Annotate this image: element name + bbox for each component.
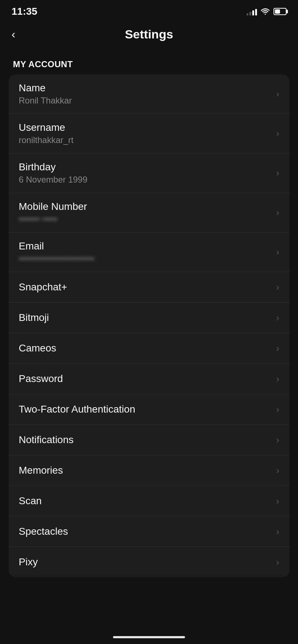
chevron-icon-mobile-number: ›	[276, 207, 279, 218]
chevron-icon-two-factor: ›	[276, 404, 279, 415]
settings-item-title-two-factor: Two-Factor Authentication	[19, 404, 135, 415]
settings-list: NameRonil Thakkar›Usernameronilthakkar_r…	[9, 74, 289, 577]
chevron-icon-snapchat-plus: ›	[276, 282, 279, 293]
settings-item-title-memories: Memories	[19, 465, 63, 476]
settings-item-subtitle-mobile-number: ••••••• •••••	[19, 214, 87, 224]
settings-item-mobile-number[interactable]: Mobile Number••••••• •••••›	[9, 193, 289, 233]
settings-item-subtitle-username: ronilthakkar_rt	[19, 135, 73, 145]
settings-item-scan[interactable]: Scan›	[9, 486, 289, 516]
chevron-icon-pixy: ›	[276, 557, 279, 568]
settings-item-title-spectacles: Spectacles	[19, 526, 68, 537]
settings-item-title-notifications: Notifications	[19, 434, 74, 446]
settings-item-title-mobile-number: Mobile Number	[19, 201, 87, 212]
chevron-icon-name: ›	[276, 88, 279, 100]
settings-item-name[interactable]: NameRonil Thakkar›	[9, 74, 289, 114]
status-icons	[247, 8, 286, 15]
settings-item-title-cameos: Cameos	[19, 342, 56, 354]
settings-item-password[interactable]: Password›	[9, 364, 289, 394]
settings-item-title-scan: Scan	[19, 495, 42, 507]
settings-item-title-name: Name	[19, 82, 72, 94]
settings-item-notifications[interactable]: Notifications›	[9, 425, 289, 455]
settings-item-subtitle-name: Ronil Thakkar	[19, 96, 72, 106]
settings-item-email[interactable]: Email•••••••••••••••••••••••••›	[9, 233, 289, 272]
settings-item-two-factor[interactable]: Two-Factor Authentication›	[9, 394, 289, 425]
battery-icon	[274, 8, 286, 15]
chevron-icon-birthday: ›	[276, 167, 279, 179]
chevron-icon-spectacles: ›	[276, 526, 279, 537]
chevron-icon-notifications: ›	[276, 434, 279, 446]
header: ‹ Settings	[0, 20, 298, 52]
chevron-icon-password: ›	[276, 373, 279, 385]
page-title: Settings	[125, 27, 173, 41]
settings-item-pixy[interactable]: Pixy›	[9, 547, 289, 577]
chevron-icon-memories: ›	[276, 465, 279, 476]
settings-item-title-snapchat-plus: Snapchat+	[19, 281, 67, 293]
chevron-icon-email: ›	[276, 247, 279, 258]
chevron-icon-username: ›	[276, 128, 279, 139]
settings-item-bitmoji[interactable]: Bitmoji›	[9, 303, 289, 333]
settings-item-birthday[interactable]: Birthday6 November 1999›	[9, 153, 289, 193]
status-time: 11:35	[12, 6, 37, 17]
chevron-icon-scan: ›	[276, 496, 279, 507]
settings-item-title-bitmoji: Bitmoji	[19, 312, 49, 323]
signal-icon	[247, 8, 257, 15]
settings-item-subtitle-birthday: 6 November 1999	[19, 175, 87, 185]
settings-item-username[interactable]: Usernameronilthakkar_rt›	[9, 114, 289, 153]
settings-item-snapchat-plus[interactable]: Snapchat+›	[9, 272, 289, 303]
wifi-icon	[261, 8, 270, 15]
home-indicator	[113, 636, 185, 638]
settings-item-title-birthday: Birthday	[19, 161, 87, 173]
section-label-my-account: MY ACCOUNT	[0, 52, 298, 74]
settings-item-memories[interactable]: Memories›	[9, 455, 289, 486]
settings-item-title-password: Password	[19, 373, 63, 385]
settings-item-cameos[interactable]: Cameos›	[9, 333, 289, 364]
chevron-icon-bitmoji: ›	[276, 312, 279, 323]
settings-item-title-email: Email	[19, 240, 94, 252]
chevron-icon-cameos: ›	[276, 343, 279, 354]
back-button[interactable]: ‹	[12, 28, 15, 41]
settings-item-subtitle-email: •••••••••••••••••••••••••	[19, 254, 94, 264]
settings-item-spectacles[interactable]: Spectacles›	[9, 516, 289, 547]
settings-item-title-username: Username	[19, 122, 73, 133]
status-bar: 11:35	[0, 0, 298, 20]
settings-item-title-pixy: Pixy	[19, 556, 38, 568]
